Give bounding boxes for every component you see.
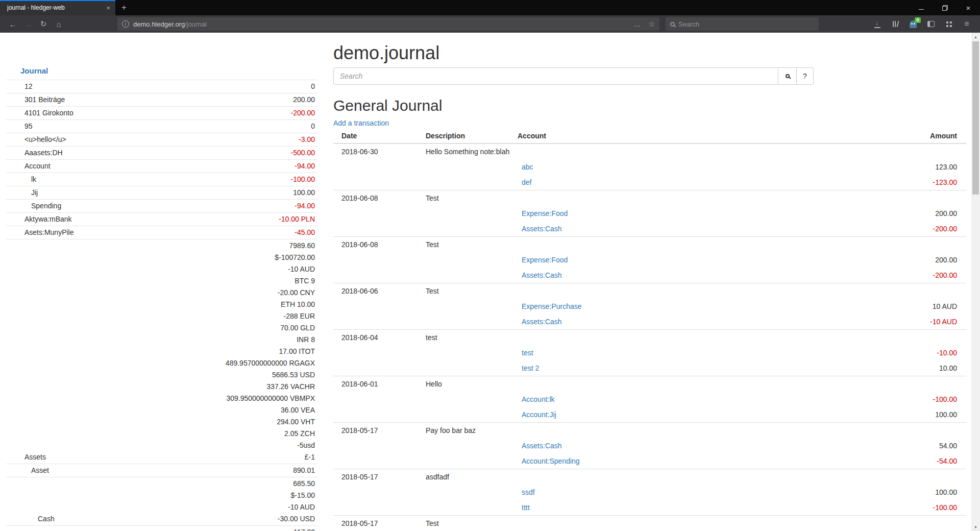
reload-button[interactable]: ↻ <box>36 17 51 31</box>
transaction-description: Test <box>426 516 966 531</box>
sidebar-account-row[interactable]: Assets7989.60$-100720.00-10 AUDBTC 9-20.… <box>6 239 317 464</box>
posting-account-link[interactable]: Assets:Cash <box>518 317 562 326</box>
sidebar-account-row[interactable]: Cash685.50$-15.00-10 AUD-30.00 USD <box>6 477 317 525</box>
transaction-group: 2018-05-17asdfadfssdf100.00tttt-100.00 <box>333 469 966 516</box>
extension-button[interactable]: 0 <box>906 17 920 31</box>
sidebar-account-name[interactable]: Asets:MunyPile <box>6 227 295 238</box>
sidebar-account-name[interactable]: Asset <box>6 465 293 476</box>
posting-account-link[interactable]: Assets:Cash <box>518 224 562 233</box>
posting-account-cell: Assets:Cash <box>518 314 732 330</box>
transaction-date: 2018-05-17 <box>333 516 426 531</box>
transaction-description: Hello <box>426 376 966 392</box>
posting-account-link[interactable]: test <box>518 348 533 357</box>
sidebar-toggle-button[interactable] <box>924 17 938 31</box>
back-button[interactable]: ← <box>5 17 20 31</box>
posting-account-link[interactable]: Account:Jij <box>518 410 556 419</box>
sidebar-account-row[interactable]: <u>hello</u>-3.00 <box>6 133 317 146</box>
column-header-account: Account <box>518 131 732 143</box>
page-actions-icon[interactable]: … <box>633 20 641 28</box>
posting-account-cell: ssdf <box>518 485 732 500</box>
posting-amount: 100.00 <box>732 485 966 500</box>
sidebar-account-row[interactable]: Asets:MunyPile-45.00 <box>6 226 317 239</box>
sidebar-account-name[interactable]: Jij <box>6 187 293 199</box>
posting-account-link[interactable]: Account:Spending <box>518 456 580 466</box>
sidebar-account-name[interactable]: Aktywa:mBank <box>6 213 279 225</box>
scroll-up-icon[interactable]: ▲ <box>971 33 980 41</box>
posting-account-link[interactable]: Expense:Food <box>518 209 568 218</box>
sidebar-account-row[interactable]: Aktywa:mBank-10.00 PLN <box>6 212 317 226</box>
window-minimize-button[interactable] <box>910 0 933 15</box>
posting-account-link[interactable]: ssdf <box>518 488 535 497</box>
posting-account-link[interactable]: Expense:Food <box>518 255 568 264</box>
sidebar-account-name[interactable]: lk <box>6 174 291 185</box>
sidebar-account-amounts: -94.00 <box>295 200 317 212</box>
posting-row: Assets:Cash54.00 <box>333 438 966 453</box>
sidebar-account-name[interactable]: Assets <box>6 451 226 463</box>
sidebar-account-name[interactable]: Account <box>6 160 295 172</box>
posting-account-link[interactable]: test 2 <box>518 364 539 373</box>
sidebar-account-row[interactable]: Account-94.00 <box>6 159 317 173</box>
sidebar-account-row[interactable]: 120 <box>6 80 317 93</box>
browser-search-input[interactable] <box>678 20 814 28</box>
download-button[interactable] <box>870 17 885 31</box>
bookmark-star-icon[interactable]: ☆ <box>648 20 655 28</box>
sidebar-account-row[interactable]: -117.00 <box>6 525 317 531</box>
transaction-title-row: 2018-06-08Test <box>333 190 966 206</box>
sidebar-account-row[interactable]: Jij100.00 <box>6 186 317 199</box>
sidebar-account-row[interactable]: 950 <box>6 119 317 133</box>
posting-amount: -10.00 <box>732 345 966 360</box>
browser-search[interactable] <box>666 17 819 31</box>
sidebar-account-name[interactable]: 12 <box>6 81 311 92</box>
search-help-button[interactable]: ? <box>797 67 814 85</box>
journal-search-input[interactable] <box>333 67 778 85</box>
sidebar-account-name[interactable]: Aaasets:DH <box>6 147 291 159</box>
posting-account-link[interactable]: Assets:Cash <box>518 271 562 280</box>
tab-close-icon[interactable]: × <box>106 5 110 11</box>
journal-search-button[interactable] <box>778 67 797 85</box>
sidebar-journal-link[interactable]: Journal <box>20 66 48 75</box>
browser-tab[interactable]: journal - hledger-web × <box>0 0 115 15</box>
page-scrollbar[interactable]: ▲ ▼ <box>971 33 980 531</box>
sidebar-account-amount: INR 8 <box>226 334 315 346</box>
sidebar-account-row[interactable]: lk-100.00 <box>6 173 317 186</box>
scrollbar-thumb[interactable] <box>972 41 979 195</box>
sidebar-account-row[interactable]: Spending-94.00 <box>6 199 317 212</box>
library-button[interactable] <box>888 17 902 31</box>
new-tab-button[interactable]: + <box>115 0 133 15</box>
home-button[interactable]: ⌂ <box>51 17 66 31</box>
posting-description-spacer <box>426 268 518 283</box>
transaction-group: 2018-06-06TestExpense:Purchase10 AUDAsse… <box>333 283 966 330</box>
posting-account-link[interactable]: Expense:Purchase <box>518 302 582 311</box>
sidebar-account-name[interactable]: 301 Beiträge <box>6 94 293 106</box>
apps-grid-button[interactable] <box>942 17 956 31</box>
posting-account-cell: test 2 <box>518 360 732 376</box>
posting-account-link[interactable]: Assets:Cash <box>518 441 562 450</box>
window-restore-button[interactable] <box>933 0 957 15</box>
posting-account-link[interactable]: abc <box>518 162 533 172</box>
sidebar-account-name[interactable]: <u>hello</u> <box>6 134 299 146</box>
sidebar-account-amount: 309.950000000000 VBMPX <box>226 393 315 404</box>
sidebar-account-row[interactable]: 301 Beiträge200.00 <box>6 93 317 106</box>
transaction-date: 2018-05-17 <box>333 469 426 485</box>
page-info-icon[interactable]: i <box>122 20 129 28</box>
add-transaction-link[interactable]: Add a transaction <box>333 119 389 127</box>
sidebar-account-name[interactable]: 95 <box>6 120 311 132</box>
posting-account-link[interactable]: tttt <box>518 503 530 512</box>
window-close-button[interactable]: × <box>957 0 980 15</box>
sidebar-account-row[interactable]: Asset890.01 <box>6 464 317 477</box>
sidebar-account-name[interactable]: Cash <box>6 513 278 525</box>
transaction-title-row: 2018-06-01Hello <box>333 376 966 392</box>
sidebar-account-row[interactable]: 4101 Girokonto-200.00 <box>6 106 317 119</box>
url-bar[interactable]: i demo.hledger.org/journal … ☆ <box>117 17 659 31</box>
sidebar-account-name[interactable]: Spending <box>6 200 295 212</box>
sidebar-account-row[interactable]: Aaasets:DH-500.00 <box>6 146 317 159</box>
menu-button[interactable]: ≡ <box>960 17 974 31</box>
posting-date-spacer <box>333 221 426 237</box>
forward-button[interactable]: → <box>20 17 36 31</box>
sidebar-account-name[interactable]: 4101 Girokonto <box>6 107 291 119</box>
sidebar-account-amounts: 890.01 <box>293 465 317 476</box>
posting-account-link[interactable]: def <box>518 178 531 187</box>
scroll-down-icon[interactable]: ▼ <box>971 523 980 531</box>
sidebar-account-amount: -117.00 <box>291 526 315 531</box>
posting-account-link[interactable]: Account:lk <box>518 395 555 404</box>
